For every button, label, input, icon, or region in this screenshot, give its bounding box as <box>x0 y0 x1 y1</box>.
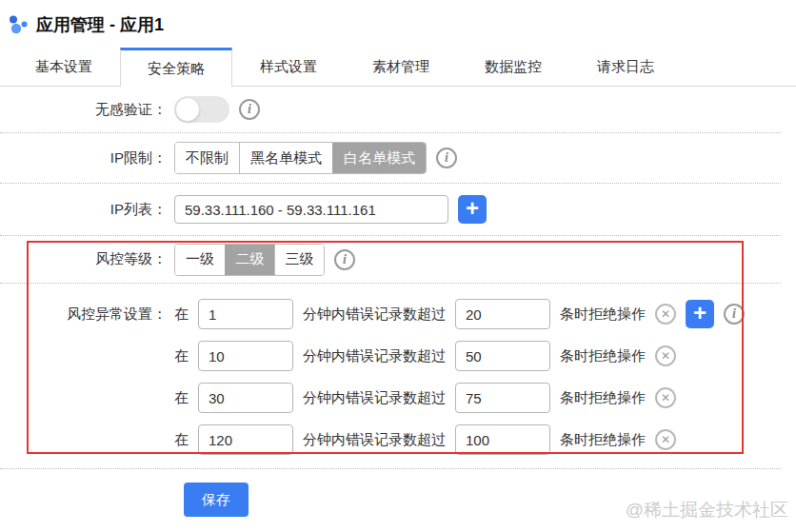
risk-level-option-1[interactable]: 一级 <box>175 245 225 275</box>
info-icon[interactable]: i <box>239 99 260 120</box>
rule-prefix: 在 <box>174 431 189 449</box>
risk-level-row: 风控等级： 一级 二级 三级 i <box>0 236 796 283</box>
tab-bar: 基本设置 安全策略 样式设置 素材管理 数据监控 请求日志 <box>0 48 796 87</box>
remove-rule-icon[interactable]: ✕ <box>655 387 676 408</box>
ip-restrict-option-whitelist[interactable]: 白名单模式 <box>332 143 426 173</box>
add-rule-button[interactable]: + <box>686 300 714 328</box>
ip-list-row: IP列表： + <box>0 184 796 235</box>
rule-middle: 分钟内错误记录数超过 <box>303 389 446 407</box>
save-button[interactable]: 保存 <box>184 483 249 517</box>
rule-suffix: 条时拒绝操作 <box>560 305 646 324</box>
tab-style-settings[interactable]: 样式设置 <box>232 48 345 86</box>
risk-rules-block: 风控异常设置： 在 分钟内错误记录数超过 条时拒绝操作 ✕ + i 在 分钟内错… <box>0 284 796 468</box>
tab-security-policy[interactable]: 安全策略 <box>120 48 232 87</box>
risk-level-option-3[interactable]: 三级 <box>274 245 324 275</box>
rule-minutes-input[interactable] <box>198 299 293 329</box>
risk-rules-label: 风控异常设置： <box>0 305 167 324</box>
remove-rule-icon[interactable]: ✕ <box>655 345 676 366</box>
app-logo-dots-icon <box>8 14 29 35</box>
ip-restrict-option-unlimited[interactable]: 不限制 <box>175 143 239 173</box>
ip-restrict-row: IP限制： 不限制 黑名单模式 白名单模式 i <box>0 133 796 183</box>
rule-suffix: 条时拒绝操作 <box>560 431 646 449</box>
tab-basic-settings[interactable]: 基本设置 <box>8 48 120 86</box>
page-header: 应用管理 - 应用1 <box>0 0 796 42</box>
add-ip-button[interactable]: + <box>458 195 487 224</box>
rule-minutes-input[interactable] <box>198 424 293 455</box>
rule-count-input[interactable] <box>455 383 550 413</box>
captcha-toggle[interactable] <box>174 96 229 123</box>
risk-rule-row: 风控异常设置： 在 分钟内错误记录数超过 条时拒绝操作 ✕ + i <box>0 293 796 335</box>
rule-count-input[interactable] <box>455 341 550 371</box>
captcha-row: 无感验证： i <box>0 87 796 132</box>
risk-rule-row: 在 分钟内错误记录数超过 条时拒绝操作 ✕ <box>0 377 796 419</box>
ip-list-label: IP列表： <box>0 201 167 219</box>
info-icon[interactable]: i <box>436 148 457 168</box>
risk-level-segmented-control: 一级 二级 三级 <box>174 244 325 276</box>
rule-suffix: 条时拒绝操作 <box>560 389 646 407</box>
toggle-knob <box>175 97 200 122</box>
ip-restrict-label: IP限制： <box>0 149 167 167</box>
ip-list-input[interactable] <box>174 195 448 224</box>
rule-prefix: 在 <box>174 389 189 407</box>
info-icon[interactable]: i <box>334 249 355 270</box>
rule-prefix: 在 <box>174 347 189 365</box>
remove-rule-icon[interactable]: ✕ <box>655 429 676 450</box>
remove-rule-icon[interactable]: ✕ <box>655 304 676 325</box>
rule-minutes-input[interactable] <box>198 341 293 371</box>
rule-count-input[interactable] <box>455 424 550 455</box>
rule-middle: 分钟内错误记录数超过 <box>303 431 446 449</box>
rule-count-input[interactable] <box>455 299 550 329</box>
info-icon[interactable]: i <box>724 304 745 325</box>
ip-restrict-option-blacklist[interactable]: 黑名单模式 <box>239 143 332 173</box>
page-title: 应用管理 - 应用1 <box>36 13 164 36</box>
risk-level-option-2[interactable]: 二级 <box>225 245 274 275</box>
tab-data-monitoring[interactable]: 数据监控 <box>457 48 569 86</box>
rule-middle: 分钟内错误记录数超过 <box>303 305 446 324</box>
tab-request-logs[interactable]: 请求日志 <box>569 48 682 86</box>
risk-rule-row: 在 分钟内错误记录数超过 条时拒绝操作 ✕ <box>0 419 796 461</box>
app-page: 应用管理 - 应用1 基本设置 安全策略 样式设置 素材管理 数据监控 请求日志… <box>0 0 796 532</box>
captcha-label: 无感验证： <box>0 101 167 119</box>
tab-material-management[interactable]: 素材管理 <box>345 48 457 86</box>
rule-prefix: 在 <box>174 305 189 324</box>
ip-restrict-segmented-control: 不限制 黑名单模式 白名单模式 <box>174 142 427 174</box>
rule-suffix: 条时拒绝操作 <box>560 347 646 365</box>
risk-rule-row: 在 分钟内错误记录数超过 条时拒绝操作 ✕ <box>0 335 796 377</box>
rule-middle: 分钟内错误记录数超过 <box>303 347 446 365</box>
watermark-text: @稀土掘金技术社区 <box>626 498 788 522</box>
rule-minutes-input[interactable] <box>198 383 293 413</box>
risk-level-label: 风控等级： <box>0 250 167 268</box>
